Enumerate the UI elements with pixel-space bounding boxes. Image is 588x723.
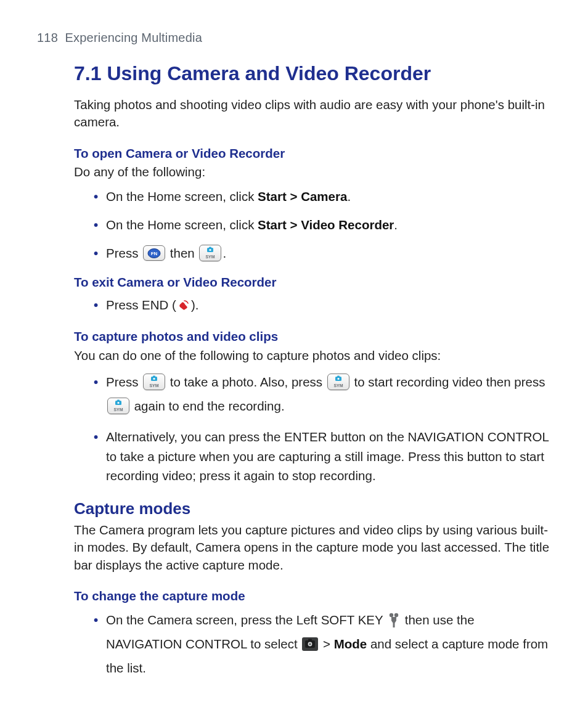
modes-paragraph: The Camera program lets you capture pict… [74, 521, 551, 574]
exit-list: Press END ( ). [74, 295, 551, 315]
exit-heading: To exit Camera or Video Recorder [74, 274, 551, 291]
fn-key-icon: FN [143, 245, 165, 261]
modes-heading: Capture modes [74, 498, 551, 520]
capture-list: Press SYM to take a photo. Also, press S… [74, 370, 551, 486]
end-call-icon [177, 298, 190, 311]
change-mode-heading: To change the capture mode [74, 587, 551, 605]
chapter-name: Experiencing Multimedia [65, 31, 202, 44]
list-item: On the Home screen, click Start > Video … [94, 215, 551, 235]
camera-mode-icon [301, 637, 319, 652]
open-list: On the Home screen, click Start > Camera… [74, 187, 551, 263]
list-item: Press SYM to take a photo. Also, press S… [94, 370, 551, 419]
svg-text:FN: FN [151, 251, 158, 256]
section-number: 7.1 [74, 62, 101, 84]
svg-text:SYM: SYM [150, 383, 159, 388]
svg-rect-20 [393, 623, 395, 627]
intro-paragraph: Taking photos and shooting video clips w… [74, 96, 551, 131]
page: 118 Experiencing Multimedia 7.1 Using Ca… [0, 0, 588, 723]
svg-text:SYM: SYM [113, 407, 123, 412]
page-number: 118 [37, 31, 58, 44]
capture-lead: You can do one of the following to captu… [74, 347, 551, 364]
svg-point-8 [153, 378, 155, 380]
section-heading: Using Camera and Video Recorder [107, 62, 431, 84]
svg-rect-23 [308, 639, 312, 641]
svg-point-18 [390, 613, 393, 617]
list-item: On the Home screen, click Start > Camera… [94, 187, 551, 206]
running-header: 118 Experiencing Multimedia [37, 31, 551, 45]
svg-point-16 [117, 402, 119, 404]
body: Taking photos and shooting video clips w… [37, 96, 551, 680]
svg-text:SYM: SYM [333, 383, 343, 388]
sym-camera-key-icon: SYM [107, 398, 129, 414]
svg-point-12 [337, 378, 339, 380]
sym-camera-key-icon: SYM [327, 374, 349, 390]
svg-rect-15 [117, 400, 120, 402]
svg-rect-11 [337, 376, 340, 378]
svg-point-4 [210, 249, 211, 251]
svg-point-25 [309, 643, 311, 645]
list-item: Press FN then SYM . [94, 243, 551, 263]
svg-rect-7 [153, 376, 155, 378]
change-mode-list: On the Camera screen, press the Left SOF… [74, 608, 551, 680]
sym-camera-key-icon: SYM [143, 374, 165, 390]
section-title: 7.1 Using Camera and Video Recorder [37, 62, 551, 85]
softkey-tool-icon [387, 612, 401, 628]
list-item: Alternatively, you can press the ENTER b… [94, 427, 551, 486]
sym-camera-key-icon: SYM [199, 245, 221, 261]
list-item: Press END ( ). [94, 295, 551, 315]
list-item: On the Camera screen, press the Left SOF… [94, 608, 551, 680]
svg-rect-3 [209, 247, 211, 248]
open-heading: To open Camera or Video Recorder [74, 145, 551, 162]
open-lead: Do any of the following: [74, 163, 551, 181]
svg-text:SYM: SYM [206, 255, 215, 259]
svg-point-19 [394, 613, 398, 617]
capture-heading: To capture photos and video clips [74, 328, 551, 345]
